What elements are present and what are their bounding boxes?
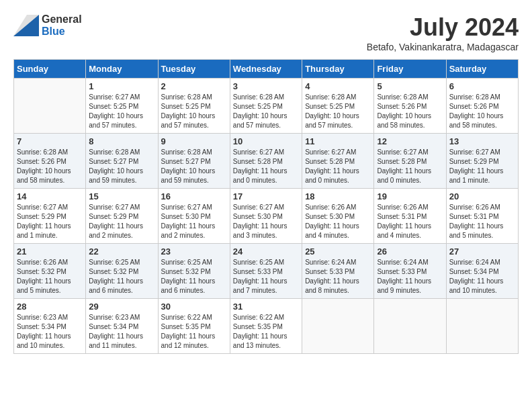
calendar-cell: 28Sunrise: 6:23 AM Sunset: 5:34 PM Dayli… [14,299,86,354]
day-number: 9 [161,136,227,146]
day-info: Sunrise: 6:28 AM Sunset: 5:25 PM Dayligh… [161,93,227,130]
day-number: 31 [233,302,299,312]
day-number: 25 [305,246,371,257]
calendar-week-row: 7Sunrise: 6:28 AM Sunset: 5:26 PM Daylig… [14,134,519,189]
calendar-cell [446,299,518,354]
calendar-cell [302,299,374,354]
calendar-cell: 23Sunrise: 6:25 AM Sunset: 5:32 PM Dayli… [158,244,230,299]
calendar-header-saturday: Saturday [446,60,518,79]
calendar-cell: 6Sunrise: 6:28 AM Sunset: 5:26 PM Daylig… [446,79,518,134]
calendar-cell: 24Sunrise: 6:25 AM Sunset: 5:33 PM Dayli… [230,244,302,299]
calendar-cell: 31Sunrise: 6:22 AM Sunset: 5:35 PM Dayli… [230,299,302,354]
logo-general: General [42,13,82,26]
calendar-header-tuesday: Tuesday [158,60,230,79]
calendar-cell: 25Sunrise: 6:24 AM Sunset: 5:33 PM Dayli… [302,244,374,299]
calendar-cell: 11Sunrise: 6:27 AM Sunset: 5:28 PM Dayli… [302,134,374,189]
day-number: 2 [161,81,227,91]
day-number: 6 [449,81,515,91]
calendar-header-wednesday: Wednesday [230,60,302,79]
calendar-cell: 13Sunrise: 6:27 AM Sunset: 5:29 PM Dayli… [446,134,518,189]
calendar-cell: 29Sunrise: 6:23 AM Sunset: 5:34 PM Dayli… [86,299,158,354]
day-number: 23 [161,246,227,257]
calendar-cell: 27Sunrise: 6:24 AM Sunset: 5:34 PM Dayli… [446,244,518,299]
calendar-table: SundayMondayTuesdayWednesdayThursdayFrid… [13,59,519,354]
day-info: Sunrise: 6:28 AM Sunset: 5:25 PM Dayligh… [305,93,371,130]
day-info: Sunrise: 6:27 AM Sunset: 5:29 PM Dayligh… [89,203,154,240]
day-info: Sunrise: 6:25 AM Sunset: 5:32 PM Dayligh… [161,258,227,295]
day-number: 21 [17,246,83,257]
day-info: Sunrise: 6:24 AM Sunset: 5:34 PM Dayligh… [449,258,515,295]
calendar-week-row: 1Sunrise: 6:27 AM Sunset: 5:25 PM Daylig… [14,79,519,134]
day-info: Sunrise: 6:27 AM Sunset: 5:29 PM Dayligh… [449,148,515,185]
day-number: 13 [449,136,515,146]
day-info: Sunrise: 6:27 AM Sunset: 5:30 PM Dayligh… [161,203,227,240]
day-info: Sunrise: 6:22 AM Sunset: 5:35 PM Dayligh… [233,313,299,351]
day-number: 22 [89,246,154,257]
day-info: Sunrise: 6:28 AM Sunset: 5:26 PM Dayligh… [17,148,83,185]
day-info: Sunrise: 6:27 AM Sunset: 5:29 PM Dayligh… [17,203,83,240]
day-number: 1 [89,81,154,91]
day-number: 12 [377,136,443,146]
calendar-cell: 21Sunrise: 6:26 AM Sunset: 5:32 PM Dayli… [14,244,86,299]
day-info: Sunrise: 6:28 AM Sunset: 5:26 PM Dayligh… [377,93,443,130]
day-number: 26 [377,246,443,257]
calendar-week-row: 21Sunrise: 6:26 AM Sunset: 5:32 PM Dayli… [14,244,519,299]
calendar-cell: 20Sunrise: 6:26 AM Sunset: 5:31 PM Dayli… [446,189,518,244]
calendar-cell: 5Sunrise: 6:28 AM Sunset: 5:26 PM Daylig… [374,79,446,134]
calendar-cell [14,79,86,134]
day-info: Sunrise: 6:28 AM Sunset: 5:27 PM Dayligh… [161,148,227,185]
calendar-cell: 2Sunrise: 6:28 AM Sunset: 5:25 PM Daylig… [158,79,230,134]
day-number: 18 [305,191,371,201]
day-info: Sunrise: 6:28 AM Sunset: 5:26 PM Dayligh… [449,93,515,130]
day-info: Sunrise: 6:27 AM Sunset: 5:28 PM Dayligh… [305,148,371,185]
day-number: 10 [233,136,299,146]
day-info: Sunrise: 6:23 AM Sunset: 5:34 PM Dayligh… [17,313,83,351]
day-number: 28 [17,302,83,312]
calendar-cell: 14Sunrise: 6:27 AM Sunset: 5:29 PM Dayli… [14,189,86,244]
day-info: Sunrise: 6:23 AM Sunset: 5:34 PM Dayligh… [89,313,154,351]
day-number: 14 [17,191,83,201]
logo-blue: Blue [42,26,82,38]
calendar-cell: 26Sunrise: 6:24 AM Sunset: 5:33 PM Dayli… [374,244,446,299]
calendar-cell: 4Sunrise: 6:28 AM Sunset: 5:25 PM Daylig… [302,79,374,134]
day-number: 27 [449,246,515,257]
calendar-cell: 7Sunrise: 6:28 AM Sunset: 5:26 PM Daylig… [14,134,86,189]
day-number: 5 [377,81,443,91]
day-number: 4 [305,81,371,91]
month-year-title: July 2024 [367,13,519,42]
calendar-cell: 16Sunrise: 6:27 AM Sunset: 5:30 PM Dayli… [158,189,230,244]
calendar-cell [374,299,446,354]
calendar-cell: 1Sunrise: 6:27 AM Sunset: 5:25 PM Daylig… [86,79,158,134]
day-info: Sunrise: 6:24 AM Sunset: 5:33 PM Dayligh… [377,258,443,295]
calendar-cell: 17Sunrise: 6:27 AM Sunset: 5:30 PM Dayli… [230,189,302,244]
calendar-cell: 12Sunrise: 6:27 AM Sunset: 5:28 PM Dayli… [374,134,446,189]
logo-icon [13,15,39,36]
day-info: Sunrise: 6:25 AM Sunset: 5:33 PM Dayligh… [233,258,299,295]
day-info: Sunrise: 6:28 AM Sunset: 5:27 PM Dayligh… [89,148,154,185]
day-number: 20 [449,191,515,201]
logo: General Blue [13,13,82,37]
calendar-header-friday: Friday [374,60,446,79]
day-number: 3 [233,81,299,91]
calendar-week-row: 14Sunrise: 6:27 AM Sunset: 5:29 PM Dayli… [14,189,519,244]
calendar-cell: 22Sunrise: 6:25 AM Sunset: 5:32 PM Dayli… [86,244,158,299]
calendar-header-row: SundayMondayTuesdayWednesdayThursdayFrid… [14,60,519,79]
day-number: 11 [305,136,371,146]
day-info: Sunrise: 6:24 AM Sunset: 5:33 PM Dayligh… [305,258,371,295]
calendar-cell: 30Sunrise: 6:22 AM Sunset: 5:35 PM Dayli… [158,299,230,354]
day-info: Sunrise: 6:26 AM Sunset: 5:31 PM Dayligh… [377,203,443,240]
day-number: 29 [89,302,154,312]
calendar-cell: 19Sunrise: 6:26 AM Sunset: 5:31 PM Dayli… [374,189,446,244]
day-info: Sunrise: 6:26 AM Sunset: 5:32 PM Dayligh… [17,258,83,295]
calendar-cell: 9Sunrise: 6:28 AM Sunset: 5:27 PM Daylig… [158,134,230,189]
calendar-week-row: 28Sunrise: 6:23 AM Sunset: 5:34 PM Dayli… [14,299,519,354]
day-number: 30 [161,302,227,312]
day-info: Sunrise: 6:27 AM Sunset: 5:28 PM Dayligh… [377,148,443,185]
calendar-cell: 10Sunrise: 6:27 AM Sunset: 5:28 PM Dayli… [230,134,302,189]
day-number: 16 [161,191,227,201]
calendar-header-sunday: Sunday [14,60,86,79]
location-subtitle: Betafo, Vakinankaratra, Madagascar [367,42,519,52]
day-info: Sunrise: 6:26 AM Sunset: 5:31 PM Dayligh… [449,203,515,240]
calendar-cell: 18Sunrise: 6:26 AM Sunset: 5:30 PM Dayli… [302,189,374,244]
day-number: 19 [377,191,443,201]
